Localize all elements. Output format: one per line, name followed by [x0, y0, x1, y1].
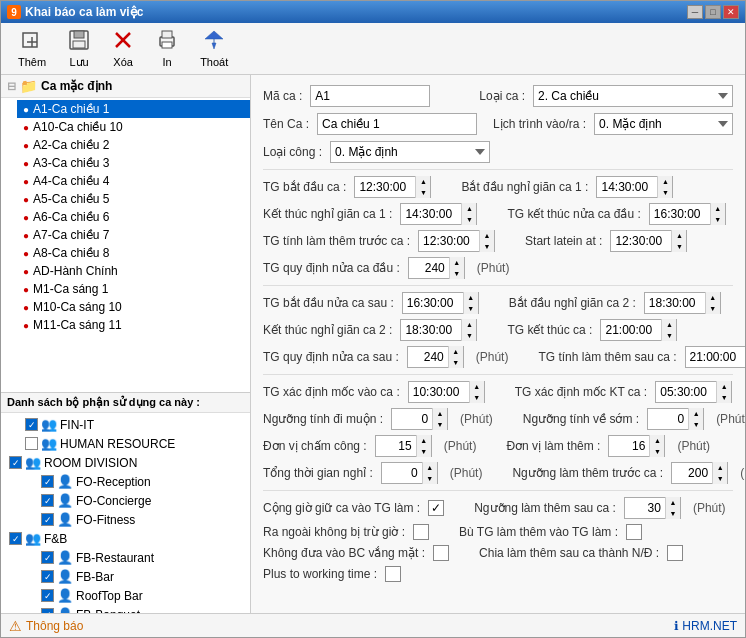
tg-bat-dau-nua-ca-sau-value[interactable] — [403, 294, 463, 312]
nguong-ve-som-value[interactable] — [648, 410, 688, 428]
tree-item[interactable]: ● A5-Ca chiều 5 — [17, 190, 250, 208]
bat-dau-nghi-gian-ca2-value[interactable] — [645, 294, 705, 312]
tg-xac-dinh-moc-kt-ca-input[interactable]: ▲ ▼ — [655, 381, 732, 403]
spin-up[interactable]: ▲ — [449, 346, 463, 357]
them-button[interactable]: Thêm — [9, 24, 55, 73]
dept-item[interactable]: ✓ 👤 FB-Banquet — [37, 605, 250, 613]
tg-ket-thuc-ca-value[interactable] — [601, 321, 661, 339]
spin-down[interactable]: ▼ — [706, 303, 720, 314]
spin-down[interactable]: ▼ — [423, 473, 437, 484]
dept-item[interactable]: ✓ 👤 FB-Bar — [37, 567, 250, 586]
start-latein-at-input[interactable]: ▲ ▼ — [610, 230, 687, 252]
dept-checkbox[interactable]: ✓ — [9, 532, 22, 545]
bat-dau-nghi-gian-ca1-value[interactable] — [597, 178, 657, 196]
chia-lam-them-checkbox[interactable] — [667, 545, 683, 561]
don-vi-cham-cong-input[interactable]: ▲ ▼ — [375, 435, 432, 457]
dept-item[interactable]: ✓ 👤 FO-Fitness — [37, 510, 250, 529]
xoa-button[interactable]: Xóa — [103, 24, 143, 73]
lich-trinh-select[interactable]: 0. Mặc định — [594, 113, 733, 135]
spin-up[interactable]: ▲ — [689, 408, 703, 419]
dept-body[interactable]: ✓ 👥 FIN-IT 👥 HUMAN RESOURCE ✓ 👥 RO — [1, 413, 250, 613]
spin-down[interactable]: ▼ — [658, 187, 672, 198]
bat-dau-nghi-gian-ca1-input[interactable]: ▲ ▼ — [596, 176, 673, 198]
dept-item[interactable]: ✓ 👤 FB-Restaurant — [37, 548, 250, 567]
tg-ket-thuc-nua-ca-dau-input[interactable]: ▲ ▼ — [649, 203, 726, 225]
dept-checkbox[interactable]: ✓ — [41, 589, 54, 602]
tg-quy-dinh-nua-ca-dau-value[interactable] — [409, 259, 449, 277]
dept-item[interactable]: ✓ 👥 ROOM DIVISION — [5, 453, 250, 472]
dept-checkbox[interactable]: ✓ — [41, 570, 54, 583]
spin-down[interactable]: ▼ — [480, 241, 494, 252]
spin-down[interactable]: ▼ — [433, 419, 447, 430]
tree-item[interactable]: ● A3-Ca chiều 3 — [17, 154, 250, 172]
dept-checkbox[interactable]: ✓ — [41, 494, 54, 507]
maximize-button[interactable]: □ — [705, 5, 721, 19]
spin-up[interactable]: ▲ — [464, 292, 478, 303]
tong-thoi-gian-nghi-value[interactable] — [382, 464, 422, 482]
spin-up[interactable]: ▲ — [650, 435, 664, 446]
ket-thuc-nghi-gian-ca2-value[interactable] — [401, 321, 461, 339]
spin-up[interactable]: ▲ — [470, 381, 484, 392]
spin-up[interactable]: ▲ — [417, 435, 431, 446]
dept-checkbox[interactable]: ✓ — [41, 551, 54, 564]
tg-quy-dinh-nua-ca-sau-input[interactable]: ▲ ▼ — [407, 346, 464, 368]
dept-checkbox[interactable]: ✓ — [41, 475, 54, 488]
nguong-lam-them-truoc-ca-input[interactable]: ▲ ▼ — [671, 462, 728, 484]
loai-cong-select[interactable]: 0. Mặc định — [330, 141, 490, 163]
spin-down[interactable]: ▼ — [713, 473, 727, 484]
spin-up[interactable]: ▲ — [416, 176, 430, 187]
tree-item[interactable]: ● AD-Hành Chính — [17, 262, 250, 280]
ra-ngoai-checkbox[interactable] — [413, 524, 429, 540]
spin-up[interactable]: ▲ — [450, 257, 464, 268]
spin-up[interactable]: ▲ — [666, 497, 680, 508]
tg-ket-thuc-nua-ca-dau-value[interactable] — [650, 205, 710, 223]
tree-item[interactable]: ● A2-Ca chiều 2 — [17, 136, 250, 154]
cong-gio-giu-ca-checkbox[interactable]: ✓ — [428, 500, 444, 516]
tg-xac-dinh-moc-vao-ca-input[interactable]: ▲ ▼ — [408, 381, 485, 403]
tree-item[interactable]: ● M1-Ca sáng 1 — [17, 280, 250, 298]
spin-up[interactable]: ▲ — [711, 203, 725, 214]
spin-down[interactable]: ▼ — [464, 303, 478, 314]
tg-bat-dau-ca-input[interactable]: ▲ ▼ — [354, 176, 431, 198]
spin-down[interactable]: ▼ — [462, 330, 476, 341]
spin-up[interactable]: ▲ — [662, 319, 676, 330]
spin-up[interactable]: ▲ — [706, 292, 720, 303]
tg-tinh-lam-them-truoc-ca-value[interactable] — [419, 232, 479, 250]
spin-down[interactable]: ▼ — [650, 446, 664, 457]
dept-item[interactable]: ✓ 👥 FIN-IT — [21, 415, 250, 434]
spin-down[interactable]: ▼ — [416, 187, 430, 198]
spin-down[interactable]: ▼ — [717, 392, 731, 403]
spin-down[interactable]: ▼ — [462, 214, 476, 225]
dept-item[interactable]: ✓ 👤 FO-Concierge — [37, 491, 250, 510]
spin-down[interactable]: ▼ — [689, 419, 703, 430]
tg-quy-dinh-nua-ca-sau-value[interactable] — [408, 348, 448, 366]
don-vi-lam-them-value[interactable] — [609, 437, 649, 455]
spin-down[interactable]: ▼ — [666, 508, 680, 519]
spin-down[interactable]: ▼ — [449, 357, 463, 368]
ma-ca-input[interactable] — [310, 85, 430, 107]
spin-down[interactable]: ▼ — [711, 214, 725, 225]
tg-tinh-lam-them-sau-ca-value[interactable] — [686, 348, 746, 366]
tg-xac-dinh-moc-kt-ca-value[interactable] — [656, 383, 716, 401]
tree-item[interactable]: ● A10-Ca chiều 10 — [17, 118, 250, 136]
spin-up[interactable]: ▲ — [672, 230, 686, 241]
tg-tinh-lam-them-truoc-ca-input[interactable]: ▲ ▼ — [418, 230, 495, 252]
tree-item[interactable]: ● M10-Ca sáng 10 — [17, 298, 250, 316]
tree-item[interactable]: ● A7-Ca chiều 7 — [17, 226, 250, 244]
dept-checkbox[interactable]: ✓ — [25, 418, 38, 431]
nguong-di-muon-input[interactable]: ▲ ▼ — [391, 408, 448, 430]
nguong-ve-som-input[interactable]: ▲ ▼ — [647, 408, 704, 430]
dept-checkbox[interactable]: ✓ — [41, 513, 54, 526]
spin-down[interactable]: ▼ — [470, 392, 484, 403]
spin-up[interactable]: ▲ — [713, 462, 727, 473]
dept-item[interactable]: 👥 HUMAN RESOURCE — [21, 434, 250, 453]
thoat-button[interactable]: Thoát — [191, 24, 237, 73]
ten-ca-input[interactable] — [317, 113, 477, 135]
spin-up[interactable]: ▲ — [462, 319, 476, 330]
spin-up[interactable]: ▲ — [480, 230, 494, 241]
start-latein-at-value[interactable] — [611, 232, 671, 250]
dept-checkbox[interactable]: ✓ — [9, 456, 22, 469]
plus-to-working-time-checkbox[interactable] — [385, 566, 401, 582]
tg-bat-dau-ca-value[interactable] — [355, 178, 415, 196]
ket-thuc-nghi-gian-ca2-input[interactable]: ▲ ▼ — [400, 319, 477, 341]
